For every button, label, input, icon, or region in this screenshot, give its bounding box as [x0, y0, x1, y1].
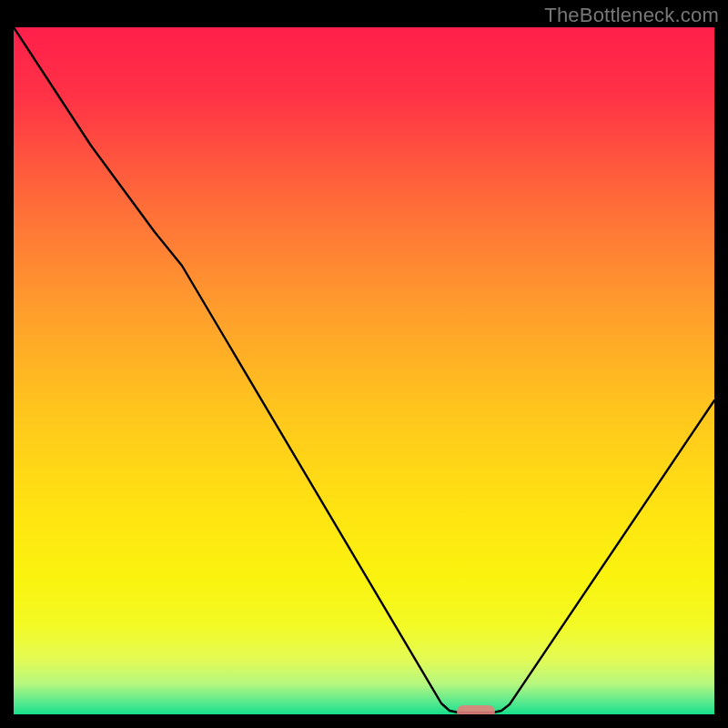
- chart-frame: TheBottleneck.com: [0, 0, 728, 728]
- plot-area: [14, 27, 714, 714]
- optimal-marker: [457, 705, 495, 714]
- watermark-text: TheBottleneck.com: [544, 4, 719, 27]
- bottleneck-curve: [14, 27, 714, 714]
